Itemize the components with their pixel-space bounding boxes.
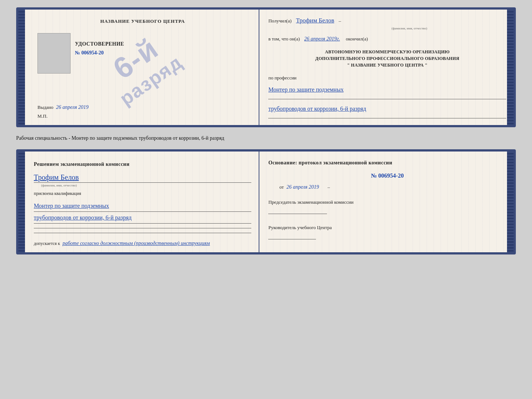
bottom-left-binding bbox=[18, 152, 25, 252]
protocol-date: 26 апреля 2019 bbox=[287, 184, 319, 190]
org-line1: АВТОНОМНУЮ НЕКОММЕРЧЕСКУЮ ОРГАНИЗАЦИЮ bbox=[268, 49, 506, 55]
finished-label: окончил(а) bbox=[346, 36, 368, 42]
decision-heading: Решением экзаменационной комиссии bbox=[34, 160, 251, 168]
doc-bottom-right: Основание: протокол экзаменационной коми… bbox=[259, 152, 514, 252]
basis-text: Основание: протокол экзаменационной коми… bbox=[268, 160, 392, 165]
received-prefix: Получил(а) bbox=[268, 18, 291, 24]
right-binding bbox=[507, 10, 514, 125]
qualification-line2: трубопроводов от коррозии, 6-й разряд bbox=[34, 213, 251, 222]
profession-divider1 bbox=[268, 99, 506, 99]
protocol-number-text: № 006954-20 bbox=[371, 172, 404, 179]
allowed-block: допускается к работе согласно должностны… bbox=[34, 241, 251, 246]
left-binding bbox=[18, 10, 25, 125]
protocol-date-line: от 26 апреля 2019 – bbox=[279, 184, 506, 190]
org-name: " НАЗВАНИЕ УЧЕБНОГО ЦЕНТРА " bbox=[268, 62, 506, 68]
bottom-name-sublabel: (фамилия, имя, отчество) bbox=[41, 184, 251, 187]
basis-heading: Основание: протокол экзаменационной коми… bbox=[268, 159, 506, 167]
in-that-line: в том, что он(а) 26 апреля 2019г. окончи… bbox=[268, 36, 506, 42]
center-head-block: Руководитель учебного Центра bbox=[268, 224, 506, 240]
doc-bottom-left: Решением экзаменационной комиссии Трофим… bbox=[25, 152, 259, 252]
date-prefix: от bbox=[279, 184, 284, 190]
protocol-number: № 006954-20 bbox=[268, 172, 506, 179]
in-that-prefix: в том, что он(а) bbox=[268, 36, 300, 42]
org-block: АВТОНОМНУЮ НЕКОММЕРЧЕСКУЮ ОРГАНИЗАЦИЮ ДО… bbox=[268, 49, 506, 68]
issued-line: Выдано 26 апреля 2019 bbox=[34, 104, 89, 110]
qualification-line1: Монтер по защите подземных bbox=[34, 201, 251, 211]
photo-placeholder bbox=[37, 33, 71, 74]
org-line2: ДОПОЛНИТЕЛЬНОГО ПРОФЕССИОНАЛЬНОГО ОБРАЗО… bbox=[268, 55, 506, 62]
cert-title: УДОСТОВЕРЕНИЕ bbox=[75, 41, 124, 47]
qualification-label: присвоена квалификация bbox=[34, 191, 251, 196]
recipient-name: Трофим Белов bbox=[296, 17, 334, 24]
allowed-text: работе согласно должностным (производств… bbox=[62, 241, 210, 246]
name-underline bbox=[34, 182, 251, 183]
completion-date: 26 апреля 2019г. bbox=[304, 36, 340, 42]
certificate-document-top: 6-й разряд НАЗВАНИЕ УЧЕБНОГО ЦЕНТРА УДОС… bbox=[16, 7, 516, 127]
qual-divider3 bbox=[34, 228, 251, 228]
doc-top-left: 6-й разряд НАЗВАНИЕ УЧЕБНОГО ЦЕНТРА УДОС… bbox=[25, 10, 259, 125]
cert-number-text: № 006954-20 bbox=[75, 50, 104, 56]
dash-separator: – bbox=[339, 18, 341, 24]
bottom-right-binding bbox=[507, 152, 514, 252]
between-label-text: Рабочая специальность - Монтер по защите… bbox=[16, 135, 224, 141]
date-dash: – bbox=[327, 184, 330, 190]
doc-top-right: Получил(а) Трофим Белов – (фамилия, имя,… bbox=[259, 10, 514, 125]
profession-divider2 bbox=[268, 118, 506, 118]
mp-line: М.П. bbox=[34, 113, 47, 119]
decision-text: Решением экзаменационной комиссии bbox=[34, 161, 129, 167]
commission-head-label: Председатель экзаменационной комиссии bbox=[268, 199, 506, 206]
issued-label: Выдано bbox=[37, 104, 53, 110]
issued-date: 26 апреля 2019 bbox=[56, 104, 89, 110]
commission-sig-line bbox=[268, 214, 327, 214]
commission-head-block: Председатель экзаменационной комиссии bbox=[268, 199, 506, 215]
cert-number: № 006954-20 bbox=[75, 50, 124, 56]
certificate-document-bottom: Решением экзаменационной комиссии Трофим… bbox=[16, 149, 516, 254]
center-head-label: Руководитель учебного Центра bbox=[268, 224, 506, 231]
profession-prefix: по профессии bbox=[268, 75, 506, 81]
center-title: НАЗВАНИЕ УЧЕБНОГО ЦЕНТРА bbox=[100, 18, 185, 24]
qual-divider1 bbox=[34, 211, 251, 212]
profession-line1: Монтер по защите подземных bbox=[268, 85, 506, 95]
profession-line2: трубопроводов от коррозии, 6-й разряд bbox=[268, 104, 506, 114]
bottom-recipient-name: Трофим Белов bbox=[34, 173, 251, 182]
qual-divider4 bbox=[34, 233, 251, 233]
allowed-prefix: допускается к bbox=[34, 241, 60, 246]
name-sublabel: (фамилия, имя, отчество) bbox=[312, 26, 506, 30]
between-label: Рабочая специальность - Монтер по защите… bbox=[16, 133, 516, 143]
qual-divider2 bbox=[34, 223, 251, 224]
center-sig-line bbox=[268, 239, 316, 239]
received-line: Получил(а) Трофим Белов – bbox=[268, 17, 506, 24]
